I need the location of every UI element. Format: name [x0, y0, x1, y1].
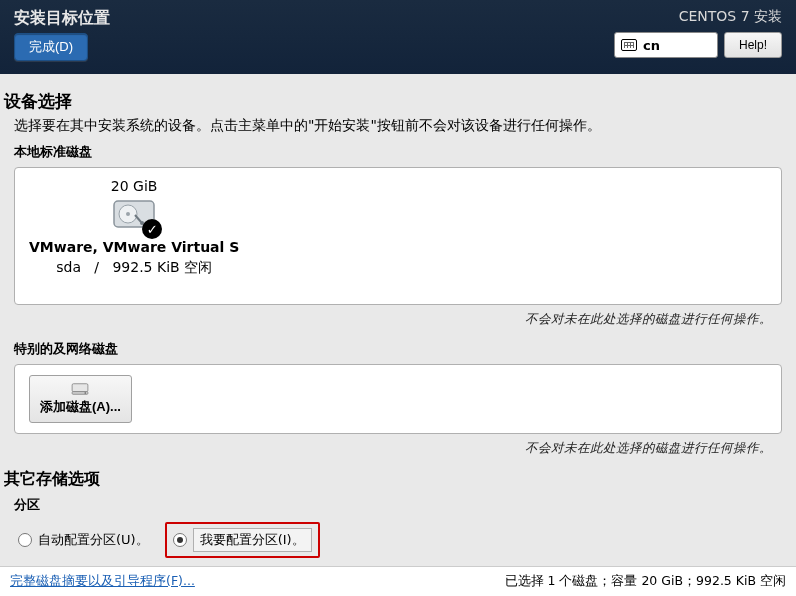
svg-point-2	[126, 212, 130, 216]
device-selection-title: 设备选择	[4, 90, 782, 113]
done-button[interactable]: 完成(D)	[14, 33, 88, 61]
svg-point-6	[85, 392, 87, 394]
disk-sep: /	[94, 259, 99, 275]
disk-item[interactable]: 20 GiB ✓ VMware, VMware Virtual S sda / …	[29, 178, 239, 277]
selection-status: 已选择 1 个磁盘；容量 20 GiB；992.5 KiB 空闲	[505, 573, 786, 590]
disk-selected-check-icon: ✓	[142, 219, 162, 239]
help-button[interactable]: Help!	[724, 32, 782, 58]
header-bar: 安装目标位置 完成(D) CENTOS 7 安装 cn Help!	[0, 0, 796, 74]
keyboard-icon	[621, 39, 637, 51]
header-right: CENTOS 7 安装 cn Help!	[614, 8, 782, 74]
radio-selected-icon	[173, 533, 187, 547]
other-storage-title: 其它存储选项	[4, 469, 782, 490]
add-disk-label: 添加磁盘(A)...	[40, 398, 121, 416]
manual-partition-label: 我要配置分区(I)。	[193, 528, 312, 552]
disk-dev: sda	[56, 259, 81, 275]
keyboard-layout-select[interactable]: cn	[614, 32, 718, 58]
local-disks-heading: 本地标准磁盘	[14, 143, 782, 161]
auto-partition-radio[interactable]: 自动配置分区(U)。	[18, 531, 149, 549]
manual-partition-radio[interactable]: 我要配置分区(I)。	[173, 528, 312, 552]
header-left: 安装目标位置 完成(D)	[14, 8, 110, 74]
partition-group: 分区 自动配置分区(U)。 我要配置分区(I)。 我想让额外空间可用(M)	[14, 496, 782, 566]
local-disks-note: 不会对未在此处选择的磁盘进行任何操作。	[4, 311, 772, 328]
local-disks-panel: 20 GiB ✓ VMware, VMware Virtual S sda / …	[14, 167, 782, 305]
special-disks-panel: 添加磁盘(A)...	[14, 364, 782, 434]
add-disk-button[interactable]: 添加磁盘(A)...	[29, 375, 132, 423]
page-title: 安装目标位置	[14, 8, 110, 29]
special-disks-heading: 特别的及网络磁盘	[14, 340, 782, 358]
disk-sub: sda / 992.5 KiB 空闲	[29, 259, 239, 277]
disk-name: VMware, VMware Virtual S	[29, 239, 239, 255]
svg-rect-4	[73, 384, 89, 392]
special-disks-note: 不会对未在此处选择的磁盘进行任何操作。	[4, 440, 772, 457]
header-controls: cn Help!	[614, 32, 782, 58]
disk-size: 20 GiB	[29, 178, 239, 194]
device-selection-desc: 选择要在其中安装系统的设备。点击主菜单中的"开始安装"按钮前不会对该设备进行任何…	[14, 117, 782, 135]
manual-partition-highlight: 我要配置分区(I)。	[165, 522, 320, 558]
bottom-bar: 完整磁盘摘要以及引导程序(F)... 已选择 1 个磁盘；容量 20 GiB；9…	[0, 566, 796, 596]
main-content: 设备选择 选择要在其中安装系统的设备。点击主菜单中的"开始安装"按钮前不会对该设…	[0, 74, 796, 566]
partition-radio-row: 自动配置分区(U)。 我要配置分区(I)。	[18, 522, 782, 558]
keyboard-layout-code: cn	[643, 38, 660, 53]
full-disk-summary-link[interactable]: 完整磁盘摘要以及引导程序(F)...	[10, 573, 195, 590]
drive-icon	[71, 382, 89, 396]
partition-heading: 分区	[14, 496, 782, 514]
radio-icon	[18, 533, 32, 547]
disk-icon-wrap: ✓	[110, 200, 158, 233]
auto-partition-label: 自动配置分区(U)。	[38, 531, 149, 549]
disk-free: 992.5 KiB 空闲	[112, 259, 212, 275]
installer-name: CENTOS 7 安装	[614, 8, 782, 26]
